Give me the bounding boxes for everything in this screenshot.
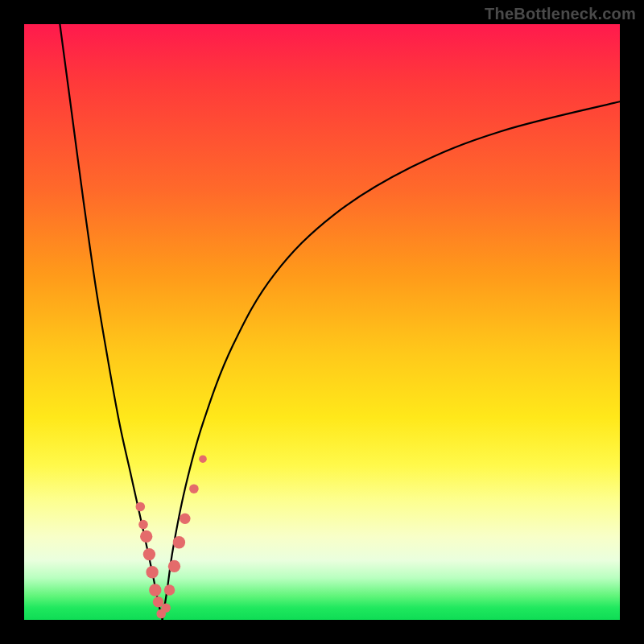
marker-dot [164,584,175,595]
marker-dot [173,536,185,548]
marker-dot [138,520,148,530]
marker-dot [161,603,171,613]
marker-dot [140,530,152,543]
marker-dot [168,560,180,572]
series-right-branch [163,101,620,620]
marker-dot [180,513,190,523]
marker-dot [189,484,199,493]
marker-dot [149,584,161,596]
attribution-text: TheBottleneck.com [485,5,636,23]
marker-dot [143,548,155,560]
marker-dot [146,566,158,578]
chart-frame: TheBottleneck.com [0,0,644,644]
curve-layer [60,24,620,620]
marker-layer [136,455,207,618]
marker-dot [199,455,207,463]
chart-svg [24,24,620,620]
plot-area [24,24,620,620]
marker-dot [136,502,146,512]
